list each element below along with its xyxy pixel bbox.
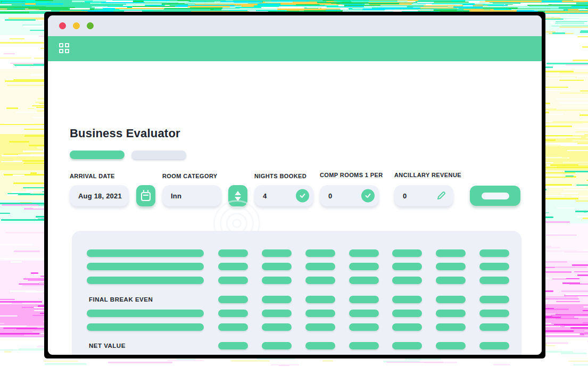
table-cell-bar	[349, 323, 379, 331]
pencil-icon[interactable]	[436, 190, 446, 201]
results-table: FINAL BREAK EVENNET VALUE	[72, 231, 521, 355]
table-row-title-bar	[87, 263, 204, 270]
table-cell-bar	[436, 249, 466, 257]
table-cell-bar	[305, 342, 335, 349]
table-cell-bar	[262, 310, 292, 317]
table-cell-bar	[392, 310, 422, 317]
table-cell-bar	[262, 249, 292, 257]
minimize-window-button[interactable]	[73, 22, 80, 29]
table-cell-bar	[218, 249, 248, 257]
ancillary-revenue-label: ANCILLARY REVENUE	[394, 172, 461, 178]
check-icon	[296, 189, 309, 203]
evaluate-button[interactable]	[470, 186, 520, 206]
ancillary-revenue-input[interactable]: 0	[394, 185, 453, 206]
nights-booked-label: NIGHTS BOOKED	[254, 173, 307, 179]
comp-rooms-label: COMP ROOMS 1 PER	[320, 172, 383, 178]
table-cell-bar	[479, 249, 509, 257]
table-row-label: FINAL BREAK EVEN	[89, 296, 153, 303]
table-cell-bar	[436, 323, 466, 331]
table-cell-bar	[479, 277, 509, 284]
table-cell-bar	[349, 277, 379, 284]
arrival-date-value: Aug 18, 2021	[78, 192, 122, 200]
table-cell-bar	[436, 277, 466, 284]
comp-rooms-value: 0	[328, 192, 332, 200]
table-cell-bar	[349, 263, 379, 270]
table-cell-bar	[305, 323, 335, 331]
room-category-label: ROOM CATEGORY	[162, 173, 218, 179]
table-cell-bar	[218, 263, 248, 270]
ancillary-revenue-value: 0	[403, 192, 407, 200]
calendar-button[interactable]	[136, 185, 155, 206]
window-titlebar	[48, 15, 542, 36]
nights-booked-value: 4	[263, 192, 267, 200]
table-row-label: NET VALUE	[89, 343, 126, 349]
table-cell-bar	[392, 249, 422, 257]
table-row-title-bar	[87, 277, 204, 284]
table-cell-bar	[305, 263, 335, 270]
comp-rooms-input[interactable]: 0	[320, 185, 379, 206]
table-cell-bar	[305, 277, 335, 284]
table-cell-bar	[262, 296, 292, 303]
main-content: Business Evaluator ARRIVAL DATE Aug 18, …	[48, 61, 542, 355]
table-cell-bar	[218, 342, 248, 349]
table-cell-bar	[436, 296, 466, 303]
table-cell-bar	[392, 277, 422, 284]
table-cell-bar	[436, 310, 466, 317]
table-cell-bar	[479, 323, 509, 331]
button-label-placeholder	[482, 193, 509, 199]
table-cell-bar	[262, 342, 292, 349]
table-cell-bar	[392, 323, 422, 331]
table-cell-bar	[218, 323, 248, 331]
table-cell-bar	[392, 263, 422, 270]
table-cell-bar	[479, 263, 509, 270]
tab-inactive-pill[interactable]	[131, 151, 186, 159]
table-cell-bar	[349, 310, 379, 317]
table-cell-bar	[349, 342, 379, 349]
table-cell-bar	[218, 277, 248, 284]
table-cell-bar	[262, 263, 292, 270]
table-row-title-bar	[87, 310, 204, 317]
table-cell-bar	[479, 296, 509, 303]
table-cell-bar	[392, 342, 422, 349]
table-cell-bar	[436, 263, 466, 270]
table-cell-bar	[305, 249, 335, 257]
arrival-date-label: ARRIVAL DATE	[70, 173, 115, 179]
close-window-button[interactable]	[59, 22, 66, 29]
app-window: Business Evaluator ARRIVAL DATE Aug 18, …	[48, 15, 542, 355]
table-cell-bar	[305, 296, 335, 303]
tab-active-pill[interactable]	[70, 151, 125, 159]
zoom-window-button[interactable]	[87, 22, 94, 29]
arrival-date-input[interactable]: Aug 18, 2021	[70, 185, 129, 206]
table-cell-bar	[479, 342, 509, 349]
table-cell-bar	[479, 310, 509, 317]
app-navbar	[48, 36, 542, 61]
room-category-value: Inn	[171, 192, 181, 200]
table-row-title-bar	[87, 323, 204, 331]
table-cell-bar	[349, 249, 379, 257]
table-cell-bar	[349, 296, 379, 303]
table-cell-bar	[262, 277, 292, 284]
table-cell-bar	[218, 310, 248, 317]
table-cell-bar	[218, 296, 248, 303]
table-row-title-bar	[87, 249, 204, 257]
window-frame: Business Evaluator ARRIVAL DATE Aug 18, …	[44, 12, 545, 358]
table-cell-bar	[305, 310, 335, 317]
table-cell-bar	[436, 342, 466, 349]
grid-menu-icon[interactable]	[59, 43, 70, 54]
check-icon	[361, 189, 375, 203]
calendar-icon	[141, 192, 151, 201]
page-title: Business Evaluator	[70, 127, 180, 140]
table-cell-bar	[392, 296, 422, 303]
table-cell-bar	[262, 323, 292, 331]
